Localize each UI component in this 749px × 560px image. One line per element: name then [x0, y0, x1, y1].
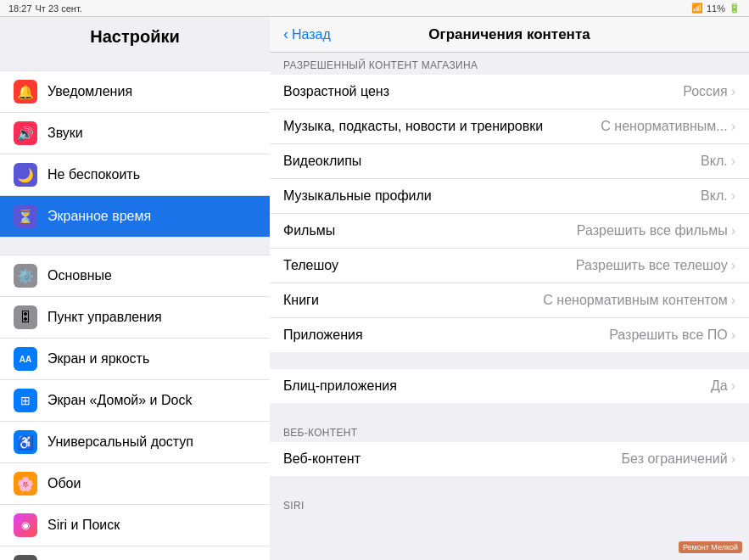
main-container: Настройки 🔔 Уведомления 🔊 Звуки 🌙 Не бес… — [0, 17, 749, 560]
sidebar-group-bottom: ⚙️ Основные 🎛 Пункт управления AA Экран … — [0, 255, 270, 560]
row-films[interactable]: Фильмы Разрешить все фильмы › — [270, 214, 749, 249]
row-value-web-content: Без ограничений › — [622, 451, 735, 467]
chevron-icon-video: › — [731, 154, 735, 169]
wifi-icon: 📶 — [691, 3, 703, 14]
battery-level: 11% — [707, 3, 725, 14]
content-header: ‹ Назад Ограничения контента — [270, 17, 749, 53]
row-value-apps: Разрешить все ПО › — [609, 328, 735, 343]
sidebar-item-sounds[interactable]: 🔊 Звуки — [0, 113, 270, 154]
row-value-video: Вкл. › — [701, 154, 735, 169]
row-apps[interactable]: Приложения Разрешить все ПО › — [270, 318, 749, 352]
chevron-icon-quick: › — [731, 378, 735, 394]
row-label-quick: Блиц-приложения — [283, 378, 711, 394]
row-music-profiles[interactable]: Музыкальные профили Вкл. › — [270, 179, 749, 214]
settings-group-web: Веб-контент Без ограничений › — [270, 442, 749, 476]
row-value-books: С ненормативным контентом › — [543, 293, 735, 308]
row-label-video: Видеоклипы — [283, 154, 701, 169]
status-time: 18:27 — [8, 3, 32, 14]
status-day: Чт 23 сент. — [36, 3, 82, 14]
chevron-icon-tv: › — [731, 258, 735, 273]
sounds-icon: 🔊 — [14, 121, 37, 145]
row-value-age-rating: Россия › — [683, 84, 735, 99]
home-icon: ⊞ — [14, 389, 37, 412]
settings-group-quick: Блиц-приложения Да › — [270, 369, 749, 403]
content-panel: ‹ Назад Ограничения контента РАЗРЕШЕННЫЙ… — [270, 17, 749, 515]
row-value-tv: Разрешить все телешоу › — [576, 258, 735, 273]
row-quick[interactable]: Блиц-приложения Да › — [270, 369, 749, 403]
row-value-music: С ненормативным... › — [601, 119, 735, 134]
chevron-icon: › — [731, 84, 735, 99]
accessibility-icon: ♿ — [14, 430, 37, 454]
sidebar-label-screen-time: Экранное время — [48, 209, 151, 224]
back-chevron-icon: ‹ — [283, 25, 288, 43]
display-icon: AA — [14, 347, 37, 371]
status-bar-right: 📶 11% 🔋 — [691, 3, 741, 14]
general-icon: ⚙️ — [14, 264, 37, 288]
chevron-icon-films: › — [731, 223, 735, 238]
sidebar-label-sounds: Звуки — [48, 126, 83, 141]
sidebar-label-notifications: Уведомления — [48, 84, 132, 99]
sidebar-label-siri: Siri и Поиск — [48, 518, 120, 533]
sidebar-label-display: Экран и яркость — [48, 351, 149, 367]
status-bar-left: 18:27 Чт 23 сент. — [8, 3, 82, 14]
sidebar-item-siri[interactable]: ◉ Siri и Поиск — [0, 505, 270, 546]
screen-time-icon: ⏳ — [14, 204, 37, 228]
row-value-quick: Да › — [711, 378, 735, 394]
row-age-rating[interactable]: Возрастной ценз Россия › — [270, 75, 749, 109]
row-label-age-rating: Возрастной ценз — [283, 84, 683, 99]
chevron-icon-music-profiles: › — [731, 188, 735, 204]
sidebar-item-notifications[interactable]: 🔔 Уведомления — [0, 70, 270, 113]
sidebar-item-accessibility[interactable]: ♿ Универсальный доступ — [0, 422, 270, 463]
row-books[interactable]: Книги С ненормативным контентом › — [270, 283, 749, 318]
row-label-music: Музыка, подкасты, новости и тренировки — [283, 119, 601, 134]
control-icon: 🎛 — [14, 305, 37, 329]
sidebar-item-display[interactable]: AA Экран и яркость — [0, 339, 270, 380]
dnd-icon: 🌙 — [14, 163, 37, 187]
chevron-icon-books: › — [731, 293, 735, 308]
sidebar-item-screen-time[interactable]: ⏳ Экранное время — [0, 196, 270, 238]
row-label-music-profiles: Музыкальные профили — [283, 188, 701, 204]
chevron-icon-apps: › — [731, 328, 735, 343]
sidebar-label-dnd: Не беспокоить — [48, 167, 140, 182]
row-label-web-content: Веб-контент — [283, 451, 622, 467]
row-tv[interactable]: Телешоу Разрешить все телешоу › — [270, 249, 749, 283]
sidebar-item-dnd[interactable]: 🌙 Не беспокоить — [0, 154, 270, 196]
section-store: РАЗРЕШЕННЫЙ КОНТЕНТ МАГАЗИНА Возрастной … — [270, 53, 749, 369]
status-bar: 18:27 Чт 23 сент. 📶 11% 🔋 — [0, 0, 749, 17]
sidebar-item-home[interactable]: ⊞ Экран «Домой» и Dock — [0, 380, 270, 422]
sidebar-item-control[interactable]: 🎛 Пункт управления — [0, 297, 270, 339]
row-web-content[interactable]: Веб-контент Без ограничений › — [270, 442, 749, 476]
sidebar: Настройки 🔔 Уведомления 🔊 Звуки 🌙 Не бес… — [0, 17, 270, 560]
sidebar-group-top: 🔔 Уведомления 🔊 Звуки 🌙 Не беспокоить ⏳ … — [0, 70, 270, 238]
section-quick: Блиц-приложения Да › — [270, 369, 749, 420]
sidebar-label-control: Пункт управления — [48, 310, 162, 325]
back-label: Назад — [292, 27, 331, 42]
row-label-apps: Приложения — [283, 328, 609, 343]
pencil-icon: ✏ — [14, 555, 37, 560]
sidebar-label-accessibility: Универсальный доступ — [48, 434, 193, 450]
siri-icon: ◉ — [14, 513, 37, 537]
chevron-icon-web: › — [731, 451, 735, 467]
settings-group-store: Возрастной ценз Россия › Музыка, подкаст… — [270, 75, 749, 352]
notifications-icon: 🔔 — [14, 80, 37, 104]
back-button[interactable]: ‹ Назад — [283, 25, 331, 43]
row-value-films: Разрешить все фильмы › — [577, 223, 735, 238]
row-video[interactable]: Видеоклипы Вкл. › — [270, 144, 749, 179]
sidebar-item-pencil[interactable]: ✏ Apple Pencil — [0, 546, 270, 560]
sidebar-label-wallpaper: Обои — [48, 476, 81, 491]
sidebar-label-general: Основные — [48, 268, 112, 283]
section-header-web: ВЕБ-КОНТЕНТ — [270, 420, 749, 442]
content-wrapper: ‹ Назад Ограничения контента РАЗРЕШЕННЫЙ… — [270, 17, 749, 560]
row-value-music-profiles: Вкл. › — [701, 188, 735, 204]
sidebar-label-home: Экран «Домой» и Dock — [48, 393, 192, 408]
sidebar-item-wallpaper[interactable]: 🌸 Обои — [0, 463, 270, 505]
chevron-icon-music: › — [731, 119, 735, 134]
sidebar-item-general[interactable]: ⚙️ Основные — [0, 255, 270, 297]
watermark: Ремонт Мелкой — [679, 541, 742, 553]
section-header-store: РАЗРЕШЕННЫЙ КОНТЕНТ МАГАЗИНА — [270, 53, 749, 75]
page-title: Ограничения контента — [428, 26, 590, 43]
sidebar-title: Настройки — [0, 17, 270, 53]
section-web: ВЕБ-КОНТЕНТ Веб-контент Без ограничений … — [270, 420, 749, 493]
row-music[interactable]: Музыка, подкасты, новости и тренировки С… — [270, 109, 749, 144]
section-siri: SIRI — [270, 493, 749, 515]
